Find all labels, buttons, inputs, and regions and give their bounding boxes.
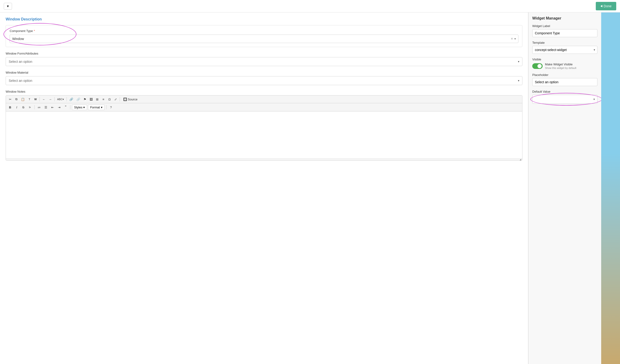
widget-label-label: Widget Label (532, 24, 597, 28)
toolbar-bold-btn[interactable]: B (7, 105, 13, 110)
required-asterisk: * (34, 29, 35, 33)
editor-toolbar-row2: B I S Ix ≔ ☰ ⇤ ⇥ " Styles ▾ F (6, 103, 522, 111)
done-label: Done (604, 4, 612, 8)
widget-manager-title: Widget Manager (532, 16, 597, 20)
rich-text-editor: ✂ ⧉ 📋 T W ← → ABC▾ 🔗 🔗 ⚑ 🖼 ⊞ ≡ (6, 95, 522, 161)
toolbar-subscript-btn[interactable]: Ix (27, 105, 33, 110)
default-value-wrapper: ▾ (532, 95, 597, 104)
window-material-select[interactable]: Select an option ▾ (6, 76, 522, 85)
top-bar: ▼ Done (0, 0, 620, 13)
toolbar-italic-btn[interactable]: I (14, 105, 19, 110)
toolbar-paste-word-btn[interactable]: W (33, 97, 38, 102)
nav-dropdown-button[interactable]: ▼ (4, 3, 12, 10)
toolbar-table-btn[interactable]: ⊞ (94, 97, 100, 102)
widget-label-input[interactable] (532, 29, 597, 37)
window-notes-label: Window Notes (6, 90, 522, 93)
visible-label: Visible (532, 58, 597, 61)
template-label: Template (532, 41, 597, 45)
toolbar-format-dropdown[interactable]: Format ▾ (88, 105, 104, 110)
component-type-dropdown-icon: ▾ (514, 37, 516, 40)
styles-label: Styles (74, 106, 82, 109)
resize-icon: ◢ (519, 158, 521, 161)
visible-toggle-label: Make Widget Visible (545, 62, 576, 66)
default-value-caret: ▾ (593, 98, 595, 101)
format-label: Format (90, 106, 100, 109)
styles-caret: ▾ (83, 106, 85, 109)
done-arrow-icon (601, 5, 602, 7)
toolbar-flag-btn[interactable]: ⚑ (82, 97, 88, 102)
placeholder-field: Placeholder (532, 73, 597, 86)
toolbar-unordered-list-btn[interactable]: ☰ (43, 105, 49, 110)
toolbar-sep5 (34, 105, 35, 109)
window-form-placeholder: Select an option (9, 60, 518, 63)
component-type-value: Window (12, 37, 511, 41)
template-select-container: concept-select-widget ▾ (532, 46, 597, 54)
toolbar-styles-dropdown[interactable]: Styles ▾ (72, 105, 87, 110)
background-image-panel (601, 13, 620, 364)
visible-toggle-subtext: Show this widget by default (545, 67, 576, 69)
toolbar-ordered-list-btn[interactable]: ≔ (36, 105, 42, 110)
toolbar-sep1 (40, 97, 40, 101)
toolbar-sep2 (54, 97, 55, 101)
visible-toggle[interactable] (532, 63, 542, 69)
template-select[interactable]: concept-select-widget (532, 46, 597, 54)
editor-resize-handle[interactable]: ◢ (6, 158, 522, 160)
window-form-section: Window Form/Attributes Select an option … (6, 52, 522, 66)
widget-manager-panel: Widget Manager Widget Label Template con… (528, 13, 601, 364)
window-notes-section: Window Notes ✂ ⧉ 📋 T W ← → ABC▾ 🔗 🔗 (6, 90, 522, 161)
toolbar-spellcheck-btn[interactable]: ABC▾ (56, 97, 65, 102)
component-type-clear[interactable]: × (511, 37, 513, 41)
toolbar-redo-btn[interactable]: → (47, 97, 53, 102)
toolbar-sep4 (120, 97, 120, 101)
component-type-label: Component Type * (10, 29, 518, 33)
toolbar-cut-btn[interactable]: ✂ (7, 97, 13, 102)
top-bar-left: ▼ (4, 3, 12, 10)
placeholder-label: Placeholder (532, 73, 597, 77)
toolbar-image-btn[interactable]: 🖼 (88, 97, 94, 102)
editor-toolbar-row1: ✂ ⧉ 📋 T W ← → ABC▾ 🔗 🔗 ⚑ 🖼 ⊞ ≡ (6, 95, 522, 103)
toolbar-fullscreen-btn[interactable]: ⤢ (113, 97, 119, 102)
toolbar-strikethrough-btn[interactable]: S (20, 105, 26, 110)
toolbar-sep3 (67, 97, 67, 101)
toolbar-indent-inc-btn[interactable]: ⇥ (56, 105, 62, 110)
section-title: Window Description (6, 17, 522, 21)
window-form-caret: ▾ (518, 60, 519, 63)
toolbar-copy-btn[interactable]: ⧉ (13, 96, 19, 102)
placeholder-input[interactable] (532, 78, 597, 86)
default-value-label: Default Value (532, 90, 597, 93)
window-form-select[interactable]: Select an option ▾ (6, 57, 522, 66)
toolbar-blockquote-btn[interactable]: " (63, 104, 68, 110)
editor-body[interactable] (6, 111, 522, 158)
template-field: Template concept-select-widget ▾ (532, 41, 597, 54)
toggle-slider (532, 63, 542, 69)
component-type-box: Component Type * Window × ▾ (6, 25, 522, 47)
visible-toggle-text-group: Make Widget Visible Show this widget by … (545, 62, 576, 69)
main-content: Window Description Component Type * Wind… (0, 13, 620, 364)
left-panel: Window Description Component Type * Wind… (0, 13, 528, 364)
toolbar-sep6 (70, 105, 70, 109)
window-material-placeholder: Select an option (9, 79, 518, 83)
toolbar-undo-btn[interactable]: ← (41, 97, 47, 102)
window-form-label: Window Form/Attributes (6, 52, 522, 55)
done-button[interactable]: Done (596, 2, 616, 10)
format-caret: ▾ (101, 106, 103, 109)
toolbar-align-btn[interactable]: ≡ (101, 97, 106, 102)
toolbar-paste-btn[interactable]: 📋 (19, 97, 26, 102)
visible-field: Visible Make Widget Visible Show this wi… (532, 58, 597, 69)
toolbar-sep7 (106, 105, 107, 109)
visible-toggle-row: Make Widget Visible Show this widget by … (532, 62, 597, 69)
default-value-field: Default Value ▾ (532, 90, 597, 104)
toolbar-indent-dec-btn[interactable]: ⇤ (50, 105, 55, 110)
toolbar-omega-btn[interactable]: Ω (107, 97, 112, 102)
component-type-select[interactable]: Window × ▾ (10, 35, 518, 43)
component-type-label-text: Component Type (10, 29, 33, 33)
window-material-label: Window Material (6, 71, 522, 74)
toolbar-unlink-btn[interactable]: 🔗 (75, 97, 82, 102)
window-material-section: Window Material Select an option ▾ (6, 71, 522, 85)
default-value-dropdown[interactable]: ▾ (532, 95, 597, 104)
window-material-caret: ▾ (518, 79, 519, 82)
toolbar-link-btn[interactable]: 🔗 (68, 97, 75, 102)
toolbar-source-btn[interactable]: 🔲 Source (121, 97, 140, 102)
toolbar-help-btn[interactable]: ? (108, 105, 114, 110)
toolbar-paste-text-btn[interactable]: T (27, 97, 32, 102)
